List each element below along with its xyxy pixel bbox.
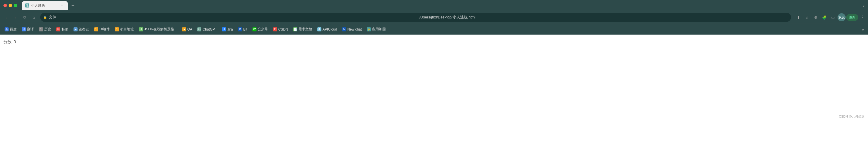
tab-favicon: 逃 [25,3,29,7]
bookmark-req[interactable]: 📄需求文档 [291,26,314,33]
back-button[interactable]: ‹ [2,13,10,21]
bookmark-icon-json: J [139,27,143,31]
share-button[interactable]: ⬆ [795,13,803,21]
home-icon: ⌂ [33,15,35,20]
bookmark-mail[interactable]: ✉私邮 [54,26,71,33]
bookmark-oa[interactable]: ★OA [180,26,194,32]
sidebar-icon: ▭ [831,15,835,20]
bookmark-project[interactable]: 🗂项目地址 [113,26,136,33]
reload-icon: ↻ [23,15,26,20]
bookmark-icon-mail: ✉ [56,27,60,31]
update-button[interactable]: 更新 [846,14,858,21]
bookmark-label-bit: Bit [243,27,247,31]
bookmark-icon-chatgpt: G [197,27,202,31]
bookmark-icon-baidu: 百 [5,27,9,31]
bookmark-cloud[interactable]: ☁蓝奏云 [71,26,91,33]
bookmark-bit[interactable]: BBit [236,26,250,32]
new-tab-button[interactable]: + [69,1,77,9]
bookmark-icon-csdn: C [273,27,277,31]
bookmark-icon-translate: 译 [22,27,26,31]
share-icon: ⬆ [797,15,800,20]
bookmark-label-newchat: New chat [347,27,362,31]
bookmark-label-mail: 私邮 [61,27,68,32]
extensions-button[interactable]: 🧩 [820,13,828,21]
maximize-button[interactable] [14,4,17,7]
home-button[interactable]: ⌂ [30,13,38,21]
back-icon: ‹ [6,15,7,20]
bookmark-label-oa: OA [187,27,192,31]
bookmark-label-req: 需求文档 [299,27,312,32]
bookmark-wechat[interactable]: W公众号 [250,26,270,33]
address-path: /Users/jhxl/Desktop/小人逃脱.html [420,15,788,20]
title-bar: 逃 小人逃脱 × + › [0,0,868,11]
bookmark-label-ui: UI组件 [99,27,110,32]
bookmark-icon-ui: 🗂 [94,27,98,31]
update-label: 更新 [849,16,855,19]
bookmark-label-baidu: 百度 [10,27,17,32]
star-icon: ☆ [805,15,809,20]
forward-icon: › [15,15,17,20]
bookmark-api[interactable]: AAPICloud [315,26,340,32]
bookmark-app[interactable]: ⚡应用加固 [365,26,388,33]
bookmark-label-chatgpt: ChatGPT [203,27,217,31]
bookmark-icon-app: ⚡ [367,27,371,31]
bookmark-label-cloud: 蓝奏云 [79,27,89,32]
bookmark-label-jira: Jira [227,27,232,31]
bookmark-jira[interactable]: JJira [220,26,235,32]
bookmark-baidu[interactable]: 百百度 [2,26,19,33]
forward-button[interactable]: › [11,13,20,21]
tab-title: 小人逃脱 [31,3,45,8]
bookmark-icon-api: A [317,27,321,31]
bookmark-label-history: 历史 [44,27,51,32]
close-button[interactable] [3,4,7,7]
bookmark-label-csdn: CSDN [278,27,288,31]
tab-close-button[interactable]: × [60,3,64,8]
bookmark-icon-history: 🗂 [39,27,43,31]
page-content: 分数: 0 CSDN @儿何必退 [0,34,868,121]
profile-button[interactable]: 双设 [838,13,846,21]
bookmark-label-translate: 翻译 [27,27,34,32]
puzzle-icon: 🧩 [822,15,827,20]
bookmark-history[interactable]: 🗂历史 [37,26,54,33]
address-bar: ‹ › ↻ ⌂ 🔒 文件｜ /Users/jhxl/Desktop/小人逃脱.h… [0,11,868,24]
bookmark-chatgpt[interactable]: GChatGPT [195,26,219,32]
bookmark-csdn[interactable]: CCSDN [271,26,290,32]
bookmark-button[interactable]: ☆ [803,13,811,21]
profile-label: 双设 [838,15,845,20]
score-display: 分数: 0 [3,40,16,44]
address-prefix: 文件｜ [49,15,417,20]
bookmark-icon-cloud: ☁ [73,27,78,31]
bookmark-label-wechat: 公众号 [258,27,268,32]
address-bar-actions: ⬆ ☆ ⚙ 🧩 ▭ 双设 更新 ⋮ [795,13,866,21]
lock-icon: 🔒 [43,16,47,19]
bookmarks-more-button[interactable]: » [860,26,866,33]
bookmark-icon-newchat: N [342,27,346,31]
title-bar-right: › [863,3,865,8]
bookmark-icon-project: 🗂 [115,27,119,31]
bookmark-label-app: 应用加固 [372,27,386,32]
sidebar-toggle-button[interactable]: ▭ [829,13,837,21]
extension-settings-button[interactable]: ⚙ [812,13,820,21]
bookmark-icon-bit: B [238,27,242,31]
bookmark-icon-wechat: W [252,27,256,31]
bookmark-label-json: JSON在线解析及格... [144,27,177,32]
bookmark-icon-oa: ★ [182,27,186,31]
bookmark-icon-jira: J [222,27,226,31]
bookmark-ui[interactable]: 🗂UI组件 [92,26,112,33]
bookmark-label-api: APICloud [322,27,337,31]
more-button[interactable]: ⋮ [859,15,866,20]
address-input[interactable]: 🔒 文件｜ /Users/jhxl/Desktop/小人逃脱.html [40,13,791,22]
more-icon: ⋮ [860,15,865,20]
bookmark-label-project: 项目地址 [120,27,134,32]
bookmark-newchat[interactable]: NNew chat [340,26,364,32]
minimize-button[interactable] [9,4,12,7]
bookmarks-bar: 百百度译翻译🗂历史✉私邮☁蓝奏云🗂UI组件🗂项目地址JJSON在线解析及格...… [0,24,868,34]
bookmark-icon-req: 📄 [293,27,297,31]
active-tab[interactable]: 逃 小人逃脱 × [22,1,68,10]
bookmark-translate[interactable]: 译翻译 [20,26,36,33]
reload-button[interactable]: ↻ [21,13,29,21]
gear-icon: ⚙ [814,15,817,20]
traffic-lights [3,4,17,7]
chevron-icon[interactable]: › [863,3,865,8]
bookmark-json[interactable]: JJSON在线解析及格... [137,26,179,33]
